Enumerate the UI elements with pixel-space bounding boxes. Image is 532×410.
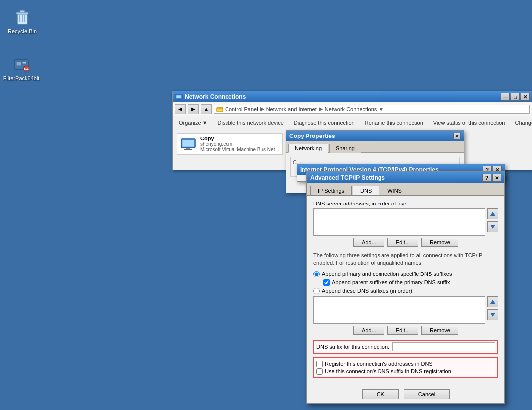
forward-button[interactable]: ▶ — [188, 104, 199, 114]
rename-connection-button[interactable]: Rename this connection — [362, 117, 426, 128]
svg-rect-12 — [176, 95, 181, 98]
network-window-icon — [175, 93, 183, 101]
dns-suffix-label: DNS suffix for this connection: — [316, 344, 389, 350]
network-window-controls: ─ □ ✕ — [501, 93, 530, 101]
dns-suffixes-arrows — [487, 296, 498, 324]
advanced-title: Advanced TCP/IP Settings — [310, 174, 482, 181]
view-status-button[interactable]: View status of this connection — [430, 117, 508, 128]
dns-settings-text: The following three settings are applied… — [313, 252, 498, 267]
maximize-button[interactable]: □ — [511, 93, 520, 101]
folder-icon — [216, 106, 223, 113]
tab-ip-settings[interactable]: IP Settings — [310, 186, 352, 195]
svg-marker-19 — [490, 212, 495, 216]
filterpack-icon[interactable]: 64 FilterPack64bit — [4, 55, 39, 81]
dns-server-up-button[interactable] — [487, 208, 498, 219]
dns-add-button[interactable]: Add... — [353, 238, 384, 247]
radio-append-suffixes-input[interactable] — [313, 288, 320, 294]
filterpack-image: 64 — [11, 55, 31, 74]
tab-sharing[interactable]: Sharing — [329, 144, 361, 153]
dns-suffix-section: DNS suffix for this connection: — [313, 340, 498, 354]
address-bar: ◀ ▶ ▲ Control Panel ▶ Network and Intern… — [173, 102, 532, 116]
dns-remove-button[interactable]: Remove — [421, 238, 458, 247]
radio-append-primary-label: Append primary and connection specific D… — [322, 271, 452, 277]
organize-button[interactable]: Organize ▼ — [176, 117, 211, 128]
dns-suffix-input[interactable] — [392, 342, 495, 351]
advanced-ok-button[interactable]: OK — [362, 389, 399, 399]
dns-server-buttons: Add... Edit... Remove — [313, 238, 498, 247]
connection-icon — [180, 136, 196, 152]
advanced-tcpip-dialog: Advanced TCP/IP Settings ? ✕ IP Settings… — [306, 171, 505, 404]
dns-suffixes-up-button[interactable] — [487, 296, 498, 307]
disable-network-button[interactable]: Disable this network device — [215, 117, 287, 128]
connection-detail2: Microsoft Virtual Machine Bus Net... — [200, 147, 279, 152]
copy-properties-close-button[interactable]: ✕ — [453, 133, 461, 139]
svg-rect-18 — [184, 149, 192, 150]
svg-text:64: 64 — [24, 67, 29, 71]
up-button[interactable]: ▲ — [201, 104, 212, 114]
network-window-title: Network Connections — [185, 93, 501, 100]
svg-rect-14 — [217, 108, 223, 112]
connection-detail1: shenyong.com — [200, 141, 279, 147]
svg-rect-8 — [22, 62, 26, 64]
tab-networking[interactable]: Networking — [288, 144, 328, 153]
radio-append-primary-input[interactable] — [313, 271, 320, 277]
suffixes-edit-button[interactable]: Edit... — [387, 326, 418, 335]
minimize-button[interactable]: ─ — [501, 93, 510, 101]
address-field[interactable]: Control Panel ▶ Network and Internet ▶ N… — [214, 105, 530, 114]
dns-server-arrows — [487, 208, 498, 236]
recycle-bin-icon[interactable]: Recycle Bin — [5, 7, 40, 34]
dns-suffixes-list-container — [313, 296, 498, 324]
breadcrumb-network-connections[interactable]: Network Connections — [325, 106, 377, 112]
tab-dns[interactable]: DNS — [353, 186, 379, 195]
advanced-titlebar: Advanced TCP/IP Settings ? ✕ — [307, 172, 504, 183]
use-suffix-checkbox-row[interactable]: Use this connection's DNS suffix in DNS … — [316, 368, 495, 375]
copy-properties-tabs: Networking Sharing — [286, 141, 464, 153]
svg-marker-22 — [490, 313, 495, 317]
use-suffix-label: Use this connection's DNS suffix in DNS … — [325, 368, 451, 374]
connection-item[interactable]: Copy shenyong.com Microsoft Virtual Mach… — [177, 133, 283, 155]
register-dns-checkbox[interactable] — [316, 361, 323, 367]
dns-suffixes-down-button[interactable] — [487, 309, 498, 320]
change-settings-button[interactable]: Change setti... — [512, 117, 532, 128]
copy-properties-title: Copy Properties — [289, 133, 453, 139]
svg-marker-20 — [490, 225, 495, 229]
svg-rect-17 — [186, 148, 190, 149]
use-suffix-checkbox[interactable] — [316, 368, 323, 375]
advanced-content: DNS server addresses, in order of use: A… — [307, 196, 504, 385]
register-dns-checkbox-row[interactable]: Register this connection's addresses in … — [316, 361, 495, 367]
checkbox-append-parent-label: Append parent suffixes of the primary DN… — [332, 279, 450, 285]
advanced-close-button[interactable]: ✕ — [492, 174, 501, 182]
network-window-titlebar: Network Connections ─ □ ✕ — [173, 91, 532, 102]
advanced-dialog-footer: OK Cancel — [307, 385, 504, 403]
close-button[interactable]: ✕ — [521, 93, 530, 101]
suffixes-remove-button[interactable]: Remove — [421, 326, 458, 335]
back-button[interactable]: ◀ — [175, 104, 186, 114]
radio-append-primary[interactable]: Append primary and connection specific D… — [313, 271, 498, 277]
advanced-help-button[interactable]: ? — [482, 174, 491, 182]
filterpack-label: FilterPack64bit — [3, 75, 40, 81]
dns-suffixes-listbox[interactable] — [313, 296, 485, 324]
tab-wins[interactable]: WINS — [380, 186, 409, 195]
dns-edit-button[interactable]: Edit... — [387, 238, 418, 247]
radio-append-suffixes[interactable]: Append these DNS suffixes (in order): — [313, 288, 498, 294]
dns-server-down-button[interactable] — [487, 221, 498, 232]
dns-suffixes-buttons: Add... Edit... Remove — [313, 326, 498, 335]
advanced-controls: ? ✕ — [482, 174, 501, 182]
advanced-cancel-button[interactable]: Cancel — [404, 389, 450, 399]
checkbox-append-parent-input[interactable] — [323, 279, 330, 286]
svg-rect-16 — [182, 140, 194, 147]
breadcrumb-network-internet[interactable]: Network and Internet — [266, 106, 317, 112]
connection-info: Copy shenyong.com Microsoft Virtual Mach… — [200, 136, 279, 152]
breadcrumb-sep-2: ▶ — [319, 106, 323, 112]
connection-name: Copy — [200, 136, 279, 141]
breadcrumb-control-panel[interactable]: Control Panel — [225, 106, 258, 112]
dns-server-list-container — [313, 208, 498, 236]
diagnose-connection-button[interactable]: Diagnose this connection — [291, 117, 358, 128]
suffixes-add-button[interactable]: Add... — [353, 326, 384, 335]
dns-server-listbox[interactable] — [313, 208, 485, 236]
checkbox-append-parent[interactable]: Append parent suffixes of the primary DN… — [323, 279, 498, 286]
advanced-tab-bar: IP Settings DNS WINS — [307, 183, 504, 196]
register-dns-section: Register this connection's addresses in … — [313, 357, 498, 378]
recycle-bin-label: Recycle Bin — [8, 28, 37, 34]
radio-append-suffixes-label: Append these DNS suffixes (in order): — [322, 288, 414, 294]
